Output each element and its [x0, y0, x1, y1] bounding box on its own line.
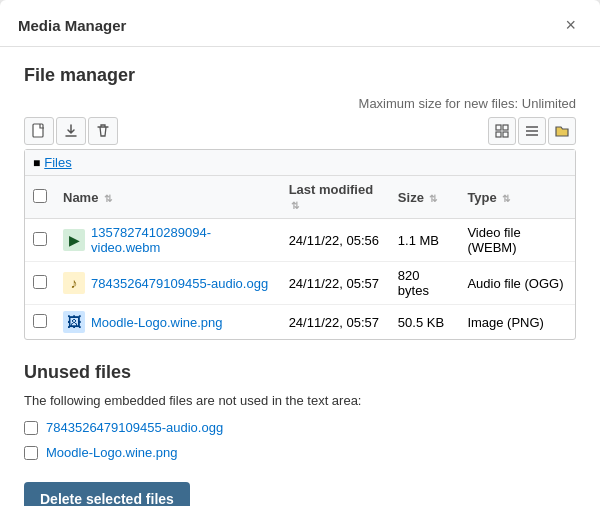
unused-item-name[interactable]: Moodle-Logo.wine.png: [46, 445, 178, 460]
file-name-link[interactable]: 7843526479109455-audio.ogg: [91, 276, 268, 291]
file-table-container: ■ Files Name ⇅ Last modified: [24, 149, 576, 340]
download-icon: [63, 123, 79, 139]
list-view-button[interactable]: [518, 117, 546, 145]
download-button[interactable]: [56, 117, 86, 145]
svg-rect-0: [33, 124, 43, 137]
grid-view-button[interactable]: [488, 117, 516, 145]
svg-rect-2: [503, 125, 508, 130]
grid-view-icon: [495, 124, 509, 138]
close-button[interactable]: ×: [559, 14, 582, 36]
row-type-cell: Image (PNG): [459, 305, 575, 340]
row-checkbox[interactable]: [33, 314, 47, 328]
row-modified-cell: 24/11/22, 05:56: [281, 219, 390, 262]
row-size-cell: 50.5 KB: [390, 305, 460, 340]
row-modified-cell: 24/11/22, 05:57: [281, 262, 390, 305]
video-file-icon: ▶: [63, 229, 85, 251]
list-view-icon: [525, 124, 539, 138]
max-size-label: Maximum size for new files: Unlimited: [359, 96, 576, 111]
delete-selected-button[interactable]: Delete selected files: [24, 482, 190, 506]
modified-sort-icon: ⇅: [291, 200, 299, 211]
file-name-link[interactable]: 1357827410289094-video.webm: [91, 225, 273, 255]
size-sort-icon: ⇅: [429, 193, 437, 204]
unused-items-container: 7843526479109455-audio.ogg Moodle-Logo.w…: [24, 420, 576, 460]
row-name-cell: ▶ 1357827410289094-video.webm: [55, 219, 281, 262]
row-type-cell: Audio file (OGG): [459, 262, 575, 305]
type-sort-icon: ⇅: [502, 193, 510, 204]
row-checkbox[interactable]: [33, 275, 47, 289]
unused-files-description: The following embedded files are not use…: [24, 393, 576, 408]
row-checkbox[interactable]: [33, 232, 47, 246]
row-size-cell: 1.1 MB: [390, 219, 460, 262]
row-name-cell: 🖼 Moodle-Logo.wine.png: [55, 305, 281, 340]
row-checkbox-cell: [25, 262, 55, 305]
tree-view-button[interactable]: [548, 117, 576, 145]
image-file-icon: 🖼: [63, 311, 85, 333]
row-type-cell: Video file (WEBM): [459, 219, 575, 262]
header-modified: Last modified ⇅: [281, 176, 390, 219]
table-row: 🖼 Moodle-Logo.wine.png 24/11/22, 05:57 5…: [25, 305, 575, 340]
svg-rect-3: [496, 132, 501, 137]
audio-file-icon: ♪: [63, 272, 85, 294]
header-type: Type ⇅: [459, 176, 575, 219]
breadcrumb: ■ Files: [25, 150, 575, 176]
breadcrumb-icon: ■: [33, 156, 40, 170]
modal-header: Media Manager ×: [0, 0, 600, 47]
svg-rect-1: [496, 125, 501, 130]
combined-toolbar: [24, 117, 576, 145]
unused-list-item: 7843526479109455-audio.ogg: [24, 420, 576, 435]
new-file-icon: [31, 123, 47, 139]
unused-item-checkbox[interactable]: [24, 446, 38, 460]
file-name-link[interactable]: Moodle-Logo.wine.png: [91, 315, 223, 330]
view-toolbar: [488, 117, 576, 145]
row-size-cell: 820 bytes: [390, 262, 460, 305]
modal-body: File manager Maximum size for new files:…: [0, 47, 600, 506]
table-row: ♪ 7843526479109455-audio.ogg 24/11/22, 0…: [25, 262, 575, 305]
breadcrumb-files-link[interactable]: Files: [44, 155, 71, 170]
new-file-button[interactable]: [24, 117, 54, 145]
unused-item-name[interactable]: 7843526479109455-audio.ogg: [46, 420, 223, 435]
unused-item-checkbox[interactable]: [24, 421, 38, 435]
header-name: Name ⇅: [55, 176, 281, 219]
delete-toolbar-button[interactable]: [88, 117, 118, 145]
media-manager-modal: Media Manager × File manager Maximum siz…: [0, 0, 600, 506]
action-toolbar: [24, 117, 118, 145]
header-checkbox-cell: [25, 176, 55, 219]
header-size: Size ⇅: [390, 176, 460, 219]
file-table-header: Name ⇅ Last modified ⇅ Size ⇅ Type: [25, 176, 575, 219]
unused-files-title: Unused files: [24, 362, 576, 383]
file-manager-header: Maximum size for new files: Unlimited: [24, 96, 576, 111]
row-checkbox-cell: [25, 305, 55, 340]
trash-icon: [95, 123, 111, 139]
row-checkbox-cell: [25, 219, 55, 262]
file-manager-section-title: File manager: [24, 65, 576, 86]
row-name-cell: ♪ 7843526479109455-audio.ogg: [55, 262, 281, 305]
unused-list-item: Moodle-Logo.wine.png: [24, 445, 576, 460]
unused-files-section: Unused files The following embedded file…: [24, 362, 576, 506]
name-sort-icon: ⇅: [104, 193, 112, 204]
select-all-checkbox[interactable]: [33, 189, 47, 203]
file-table-body: ▶ 1357827410289094-video.webm 24/11/22, …: [25, 219, 575, 340]
svg-rect-4: [503, 132, 508, 137]
row-modified-cell: 24/11/22, 05:57: [281, 305, 390, 340]
folder-icon: [555, 124, 569, 138]
file-table: Name ⇅ Last modified ⇅ Size ⇅ Type: [25, 176, 575, 339]
table-row: ▶ 1357827410289094-video.webm 24/11/22, …: [25, 219, 575, 262]
modal-title: Media Manager: [18, 17, 126, 34]
